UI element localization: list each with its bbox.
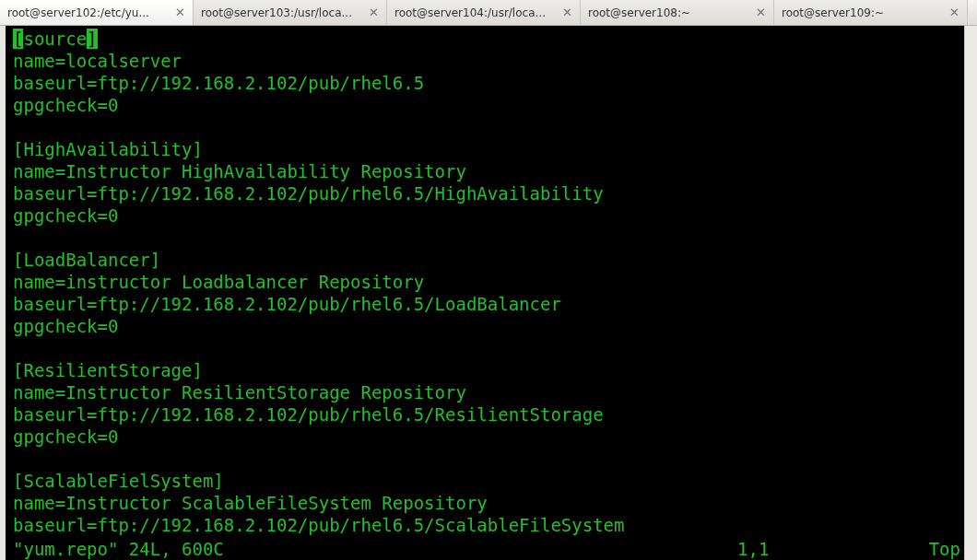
editor-line: baseurl=ftp://192.168.2.102/pub/rhel6.5/… (13, 293, 977, 315)
section-header: [HighAvailability] (13, 138, 977, 160)
tab-bar: root@server102:/etc/yu...✕root@server103… (0, 0, 977, 26)
tab-2[interactable]: root@server104:/usr/loca...✕ (387, 0, 581, 25)
editor-line (13, 116, 977, 138)
close-icon[interactable]: ✕ (369, 6, 379, 18)
editor-line: name=instructor Loadbalancer Repository (13, 271, 977, 293)
editor-line: [source] (13, 28, 977, 50)
close-icon[interactable]: ✕ (756, 6, 766, 18)
tab-label: root@server103:/usr/loca... (201, 6, 363, 19)
tab-label: root@server108:~ (588, 6, 750, 19)
section-header: [ResilientStorage] (13, 359, 977, 381)
tab-label: root@server102:/etc/yu... (7, 6, 170, 19)
vim-status-line: "yum.repo" 24L, 600C1,1Top (13, 538, 977, 560)
close-icon[interactable]: ✕ (949, 6, 959, 18)
editor-line: gpgcheck=0 (13, 315, 977, 337)
status-spacer (224, 538, 737, 560)
editor-line: baseurl=ftp://192.168.2.102/pub/rhel6.5/… (13, 514, 977, 536)
tab-3[interactable]: root@server108:~✕ (581, 0, 774, 25)
cursor-bracket-close: ] (87, 29, 97, 49)
tab-4[interactable]: root@server109:~✕ (774, 0, 968, 25)
terminal-viewport[interactable]: [source]name=localserverbaseurl=ftp://19… (0, 26, 977, 560)
editor-line (13, 337, 977, 359)
editor-line: gpgcheck=0 (13, 204, 977, 227)
section-header: [ScalableFielSystem] (13, 470, 977, 492)
section-name: source (23, 29, 87, 49)
editor-line (13, 227, 977, 249)
editor-line: name=Instructor ScalableFileSystem Repos… (13, 492, 977, 514)
tab-label: root@server109:~ (782, 6, 944, 19)
scrollbar-vertical[interactable] (964, 26, 977, 560)
editor-line: name=Instructor ResilientStorage Reposit… (13, 381, 977, 403)
editor-line (13, 448, 977, 470)
section-header: [LoadBalancer] (13, 249, 977, 271)
editor-line: gpgcheck=0 (13, 94, 977, 116)
editor-line: baseurl=ftp://192.168.2.102/pub/rhel6.5/… (13, 403, 977, 426)
status-cursor-pos: 1,1 (737, 538, 922, 560)
editor-line: baseurl=ftp://192.168.2.102/pub/rhel6.5 (13, 72, 977, 94)
tab-1[interactable]: root@server103:/usr/loca...✕ (194, 0, 387, 25)
cursor-bracket-open: [ (13, 29, 23, 49)
editor-line: baseurl=ftp://192.168.2.102/pub/rhel6.5/… (13, 182, 977, 204)
editor-line: name=localserver (13, 50, 977, 72)
tab-0[interactable]: root@server102:/etc/yu...✕ (0, 0, 194, 25)
close-icon[interactable]: ✕ (175, 6, 185, 18)
editor-line: gpgcheck=0 (13, 426, 977, 448)
close-icon[interactable]: ✕ (562, 6, 572, 18)
status-file: "yum.repo" 24L, 600C (13, 538, 224, 560)
editor-line: name=Instructor HighAvailability Reposit… (13, 160, 977, 182)
tab-label: root@server104:/usr/loca... (394, 6, 557, 19)
